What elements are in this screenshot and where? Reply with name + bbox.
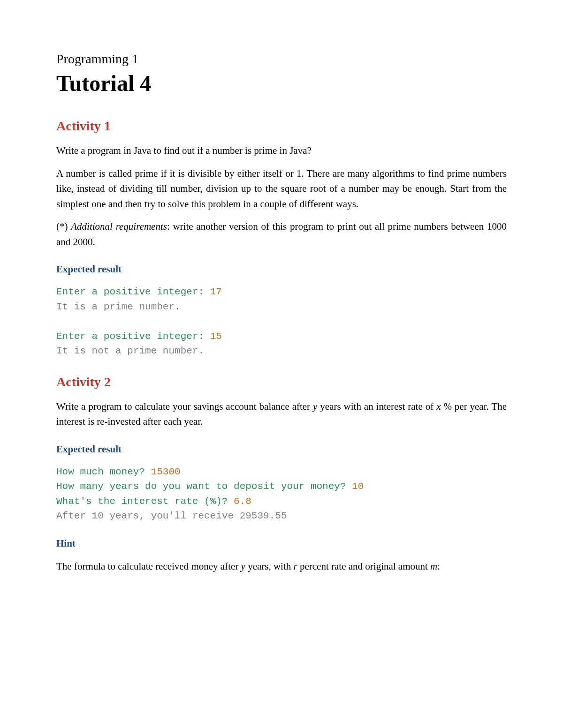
hint-label: Hint	[56, 538, 507, 549]
code-prompt: What's the interest rate (%)?	[56, 496, 234, 507]
code-blank-line	[56, 314, 507, 329]
code-input: 10	[352, 481, 364, 492]
code-line: How many years do you want to deposit yo…	[56, 479, 507, 494]
code-prompt: How much money?	[56, 466, 151, 477]
code-prompt: Enter a positive integer:	[56, 331, 210, 342]
var-y: y	[241, 561, 245, 572]
var-y: y	[313, 401, 317, 412]
text-segment: years, with	[245, 561, 294, 572]
activity-2-expected-result-label: Expected result	[56, 443, 507, 455]
var-r: r	[294, 561, 297, 572]
activity-1-paragraph-2: A number is called prime if it is divisi…	[56, 166, 507, 212]
text-segment: Write a program to calculate your saving…	[56, 401, 313, 412]
activity-2-code-block: How much money? 15300 How many years do …	[56, 465, 507, 524]
code-input: 15	[210, 331, 222, 342]
text-segment: years with an interest rate of	[317, 401, 436, 412]
activity-1-paragraph-3: (*) Additional requirements: write anoth…	[56, 219, 507, 249]
var-m: m	[430, 561, 437, 572]
code-line: How much money? 15300	[56, 465, 507, 480]
text-segment: The formula to calculate received money …	[56, 561, 241, 572]
tutorial-title: Tutorial 4	[56, 70, 507, 96]
code-line: Enter a positive integer: 15	[56, 329, 507, 344]
additional-req-italic: Additional requirements	[71, 221, 167, 232]
additional-req-prefix: (*)	[56, 221, 71, 232]
activity-1-expected-result-label: Expected result	[56, 263, 507, 275]
code-prompt: Enter a positive integer:	[56, 286, 210, 297]
activity-2-paragraph-1: Write a program to calculate your saving…	[56, 399, 507, 429]
code-line: What's the interest rate (%)? 6.8	[56, 494, 507, 509]
activity-2-heading: Activity 2	[56, 375, 507, 390]
activity-1-code-block: Enter a positive integer: 17 It is a pri…	[56, 285, 507, 359]
code-output: It is not a prime number.	[56, 344, 507, 359]
code-output: After 10 years, you'll receive 29539.55	[56, 509, 507, 524]
text-segment: :	[437, 561, 440, 572]
text-segment: percent rate and original amount	[297, 561, 430, 572]
hint-paragraph: The formula to calculate received money …	[56, 559, 507, 574]
code-line: Enter a positive integer: 17	[56, 285, 507, 300]
activity-1-paragraph-1: Write a program in Java to find out if a…	[56, 143, 507, 158]
code-input: 6.8	[234, 496, 251, 507]
activity-1-heading: Activity 1	[56, 119, 507, 134]
code-prompt: How many years do you want to deposit yo…	[56, 481, 352, 492]
code-input: 15300	[151, 466, 181, 477]
code-input: 17	[210, 286, 222, 297]
code-output: It is a prime number.	[56, 300, 507, 315]
course-name: Programming 1	[56, 52, 507, 67]
